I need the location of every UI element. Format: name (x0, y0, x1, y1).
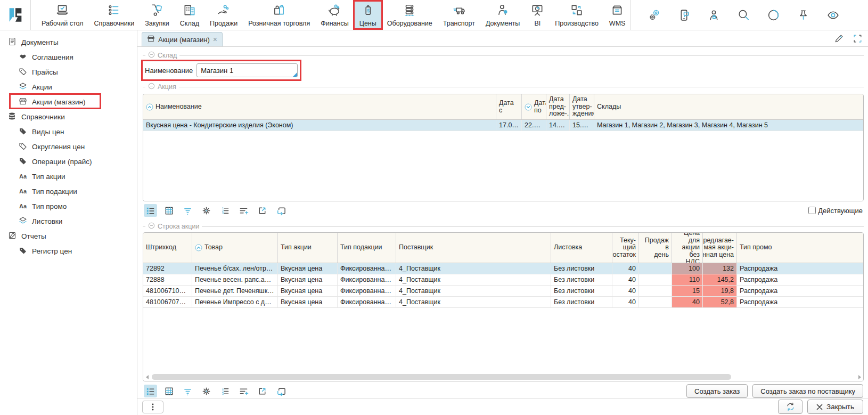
phone-message-icon[interactable] (677, 8, 691, 22)
refresh-button[interactable] (778, 400, 803, 414)
sidebar-item-dokumenty[interactable]: Документы (0, 35, 137, 50)
grid-view-button[interactable] (162, 385, 176, 397)
fullscreen-icon[interactable] (852, 33, 863, 44)
menu-item-documents[interactable]: Документы (480, 1, 525, 29)
column-header-sklady[interactable]: Склады (594, 94, 863, 119)
settings-gear-icon[interactable] (647, 8, 661, 22)
eye-icon[interactable] (826, 8, 840, 22)
scroll-right-arrow[interactable] (856, 373, 863, 380)
scroll-left-arrow[interactable] (144, 373, 150, 380)
table-row[interactable]: 4810067078210 Печенье Импрессо с др.арах… (143, 297, 863, 308)
export-button[interactable] (256, 204, 269, 217)
column-header-tip-promo[interactable]: Тип промо (737, 233, 863, 263)
reload-button[interactable] (274, 385, 288, 397)
menu-item-label: BI (534, 20, 541, 27)
sidebar-item-praisy[interactable]: Прайсы (0, 64, 137, 79)
more-actions-button[interactable] (142, 401, 163, 413)
tab-close-icon[interactable]: × (213, 35, 217, 44)
reload-button[interactable] (274, 204, 288, 217)
menu-item-finance[interactable]: Финансы (315, 1, 354, 29)
table-row[interactable]: 4810067103981 Печенье дет. Печеняшки с в… (143, 286, 863, 297)
filter-button[interactable] (181, 385, 194, 397)
search-icon[interactable] (736, 8, 750, 22)
menu-item-directories[interactable]: Справочники (88, 1, 140, 29)
column-header-data-predlozhenia[interactable]: Дата пред- ложе-... (546, 94, 570, 119)
numbered-list-button[interactable]: 123 (218, 385, 232, 397)
column-header-data-s[interactable]: Дата с (496, 94, 522, 119)
clock-icon[interactable] (766, 8, 780, 22)
filter-button[interactable] (181, 204, 194, 217)
cell-stock: 40 (612, 286, 639, 296)
column-header-tip-podakcii[interactable]: Тип подакции (338, 233, 396, 263)
table-settings-gear-button[interactable] (200, 204, 213, 217)
menu-item-purchases[interactable]: Закупки (140, 1, 175, 29)
create-order-by-supplier-button[interactable]: Создать заказ по поставщику (752, 384, 863, 398)
scrollbar-thumb[interactable] (152, 374, 731, 380)
column-header-cena-bez-nds[interactable]: Цена для акции без НДС (672, 233, 703, 263)
menu-item-desktop[interactable]: Рабочий стол (36, 1, 88, 29)
cell-product: Печенье дет. Печеняшки с вит/ка... (192, 286, 278, 296)
export-button[interactable] (256, 385, 269, 397)
table-row[interactable]: Вкусная цена - Кондитерские изделия (Эко… (143, 120, 863, 131)
sidebar-item-tip-podakcii[interactable]: Aa Тип подакции (0, 184, 137, 199)
handshake-icon (19, 52, 27, 62)
tab-akcii-magazin[interactable]: Акции (магазин) × (142, 32, 223, 46)
sidebar-item-okrugleniya-cen[interactable]: Округления цен (0, 139, 137, 154)
add-rows-button[interactable] (237, 385, 250, 397)
column-header-tovar[interactable]: Товар (192, 233, 278, 263)
sidebar-item-akcii-magazin[interactable]: Акции (магазин) (0, 94, 137, 109)
warehouse-name-input[interactable]: Магазин 1 (196, 63, 298, 77)
sidebar-item-spravochniki[interactable]: Справочники (0, 109, 137, 124)
numbered-list-button[interactable]: 123 (218, 204, 232, 217)
menu-item-warehouse[interactable]: Склад (175, 1, 204, 29)
sidebar-item-soglasheniya[interactable]: Соглашения (0, 50, 137, 64)
column-header-data-po[interactable]: Дата по (522, 94, 546, 119)
sidebar-item-listovki[interactable]: Листовки (0, 214, 137, 229)
column-header-postavshchik[interactable]: Поставщик (396, 233, 551, 263)
column-header-data-utverzhdenia[interactable]: Дата утвер- ждения (570, 94, 594, 119)
column-header-prodazh-v-den[interactable]: Продаж в день (639, 233, 672, 263)
sidebar-item-otchety[interactable]: Отчеты (0, 229, 137, 243)
text-type-icon: Aa (19, 203, 27, 209)
column-header-naimenovanie[interactable]: Наименование (143, 94, 496, 119)
sidebar-item-registr-cen[interactable]: Регистр цен (0, 243, 137, 258)
grid-view-button[interactable] (162, 204, 176, 217)
user-lock-icon[interactable] (707, 8, 720, 22)
menu-item-bi[interactable]: BI (525, 1, 550, 29)
menu-item-retail[interactable]: Розничная торговля (243, 1, 315, 29)
menu-item-sales[interactable]: Продажи (204, 1, 243, 29)
sidebar-item-tip-akcii[interactable]: Aa Тип акции (0, 169, 137, 184)
list-view-button[interactable] (144, 385, 157, 397)
table-row[interactable]: 72892 Печенье б/сах. лен/отруб. вес Сп..… (143, 263, 863, 274)
cell-barcode: 72892 (143, 263, 192, 274)
column-header-tip-akcii[interactable]: Тип акции (278, 233, 338, 263)
sidebar-item-operacii-prais[interactable]: Операции (прайс) (0, 154, 137, 169)
column-header-shtrihkod[interactable]: Штрихкод (143, 233, 192, 263)
collapse-icon[interactable] (148, 83, 155, 91)
pin-icon[interactable] (796, 8, 810, 22)
close-button[interactable]: Закрыть (807, 400, 863, 414)
sidebar-item-label: Регистр цен (32, 247, 72, 255)
menu-item-wms[interactable]: WMS (604, 1, 631, 29)
column-header-listovka[interactable]: Листовка (551, 233, 612, 263)
menu-item-production[interactable]: Производство (550, 1, 604, 29)
table-row[interactable]: 72888 Печенье весен. рапс.арах. вес Сп..… (143, 274, 863, 286)
cell-product: Печенье б/сах. лен/отруб. вес Сп... (192, 263, 278, 274)
column-header-tekushchiy-ostatok[interactable]: Теку- щий остаток (612, 233, 639, 263)
add-rows-button[interactable] (237, 204, 250, 217)
edit-pencil-icon[interactable] (834, 33, 845, 44)
app-logo[interactable] (0, 0, 30, 30)
menu-item-prices-selected[interactable]: $ Цены (354, 1, 382, 29)
create-order-button[interactable]: Создать заказ (686, 384, 748, 398)
sidebar-item-vidy-cen[interactable]: Виды цен (0, 124, 137, 139)
menu-item-equipment[interactable]: Оборудование (382, 1, 438, 29)
table-settings-gear-button[interactable] (200, 385, 213, 397)
collapse-icon[interactable] (148, 222, 155, 231)
active-checkbox[interactable] (808, 207, 816, 214)
menu-item-transport[interactable]: Транспорт (438, 1, 480, 29)
collapse-icon[interactable] (148, 51, 155, 60)
list-view-button[interactable] (144, 204, 157, 217)
column-header-predlagaemaya-cena[interactable]: Предлагае- мая акци- онная цена (703, 233, 737, 263)
sidebar-item-akcii[interactable]: Акции (0, 79, 137, 94)
sidebar-item-tip-promo[interactable]: Aa Тип промо (0, 199, 137, 214)
